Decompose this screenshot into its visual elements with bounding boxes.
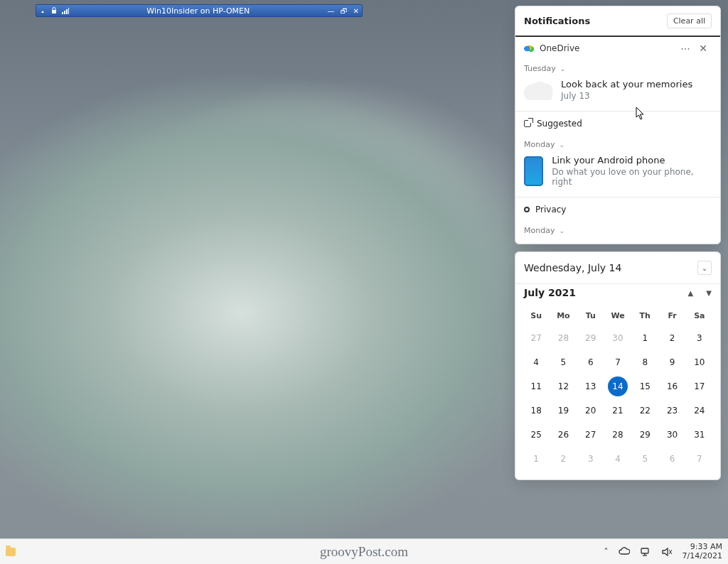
rdp-connection-bar[interactable]: Win10Insider on HP-OMEN — 🗗 ✕	[36, 4, 363, 17]
calendar-day[interactable]: 8	[631, 350, 658, 374]
watermark-text: groovyPost.com	[320, 544, 408, 560]
gear-icon	[524, 207, 530, 212]
notification-item-title: Link your Android phone	[552, 155, 712, 166]
calendar-day[interactable]: 24	[686, 398, 713, 423]
calendar-day[interactable]: 23	[658, 398, 685, 423]
pin-icon[interactable]	[39, 7, 46, 14]
lock-icon	[50, 7, 58, 14]
notification-item[interactable]: Look back at your memories July 13	[515, 75, 720, 111]
calendar-day[interactable]: 16	[658, 374, 685, 398]
calendar-day[interactable]: 3	[686, 326, 713, 350]
notification-day[interactable]: Tuesday ⌄	[515, 60, 720, 75]
taskbar[interactable]: groovyPost.com ˄ 9:33 AM 7/14/2021	[0, 538, 728, 564]
notification-day[interactable]: Monday ⌄	[515, 136, 720, 151]
calendar-day[interactable]: 13	[577, 374, 604, 398]
calendar-day[interactable]: 10	[686, 350, 713, 374]
calendar-current-date: Wednesday, July 14	[524, 262, 621, 273]
svg-rect-5	[641, 548, 648, 553]
calendar-day[interactable]: 27	[523, 326, 550, 350]
system-tray: ˄ 9:33 AM 7/14/2021	[604, 543, 722, 560]
calendar-day[interactable]: 6	[577, 350, 604, 374]
notification-app-name: OneDrive	[540, 43, 676, 53]
taskbar-date: 7/14/2021	[682, 552, 722, 560]
privacy-header[interactable]: Privacy	[515, 197, 720, 222]
calendar-weekday-header: Sa	[686, 305, 713, 326]
calendar-day[interactable]: 29	[577, 326, 604, 350]
calendar-day[interactable]: 4	[523, 350, 550, 374]
calendar-day[interactable]: 2	[658, 326, 685, 350]
calendar-weekday-header: Su	[523, 305, 550, 326]
calendar-day[interactable]: 2	[550, 447, 577, 471]
calendar-day[interactable]: 28	[550, 326, 577, 350]
restore-icon[interactable]: 🗗	[341, 7, 348, 15]
calendar-day-today[interactable]: 14	[608, 376, 628, 396]
calendar-day[interactable]: 7	[604, 350, 631, 374]
calendar-day[interactable]: 27	[577, 423, 604, 447]
taskbar-time: 9:33 AM	[682, 543, 722, 551]
file-explorer-icon[interactable]	[6, 548, 16, 556]
rdp-title: Win10Insider on HP-OMEN	[73, 6, 323, 16]
calendar-day[interactable]: 29	[631, 423, 658, 447]
dismiss-icon[interactable]: ✕	[695, 43, 712, 54]
calendar-day[interactable]: 6	[658, 447, 685, 471]
chevron-down-icon: ⌄	[560, 65, 566, 72]
notification-day[interactable]: Monday ⌄	[515, 222, 720, 244]
notifications-title: Notifications	[524, 16, 590, 26]
calendar-day[interactable]: 3	[577, 447, 604, 471]
calendar-day[interactable]: 5	[631, 447, 658, 471]
calendar-panel: Wednesday, July 14 ⌄ July 2021 ▲ ▼ SuMoT…	[515, 251, 721, 480]
svg-rect-0	[52, 10, 56, 13]
calendar-day[interactable]: 1	[523, 447, 550, 471]
notification-item-sub: July 13	[561, 91, 692, 101]
calendar-weekday-header: Th	[631, 305, 658, 326]
calendar-day[interactable]: 15	[631, 374, 658, 398]
suggested-icon	[524, 120, 531, 127]
notification-item-title: Look back at your memories	[561, 79, 692, 90]
svg-rect-3	[66, 9, 68, 14]
calendar-day[interactable]: 12	[550, 374, 577, 398]
calendar-day[interactable]: 1	[631, 326, 658, 350]
collapse-button[interactable]: ⌄	[697, 261, 712, 275]
notification-app-header[interactable]: OneDrive ⋯ ✕	[515, 37, 720, 60]
calendar-day[interactable]: 21	[604, 398, 631, 423]
tray-overflow-icon[interactable]: ˄	[604, 547, 609, 557]
calendar-next-month[interactable]: ▼	[706, 289, 712, 297]
close-icon[interactable]: ✕	[353, 7, 359, 15]
calendar-day[interactable]: 4	[604, 447, 631, 471]
taskbar-clock[interactable]: 9:33 AM 7/14/2021	[682, 543, 722, 560]
calendar-day[interactable]: 22	[631, 398, 658, 423]
volume-muted-icon[interactable]	[661, 546, 673, 558]
calendar-day[interactable]: 7	[686, 447, 713, 471]
clear-all-button[interactable]: Clear all	[667, 13, 712, 28]
calendar-day[interactable]: 26	[550, 423, 577, 447]
cloud-icon	[524, 82, 552, 100]
chevron-down-icon: ⌄	[559, 141, 564, 148]
calendar-day[interactable]: 30	[604, 326, 631, 350]
calendar-day[interactable]: 9	[658, 350, 685, 374]
signal-icon	[62, 7, 69, 14]
calendar-day[interactable]: 31	[686, 423, 713, 447]
calendar-day[interactable]: 11	[523, 374, 550, 398]
network-tray-icon[interactable]	[640, 546, 651, 558]
calendar-weekday-header: Tu	[577, 305, 604, 326]
calendar-day[interactable]: 5	[550, 350, 577, 374]
suggested-header[interactable]: Suggested	[515, 112, 720, 136]
calendar-day[interactable]: 17	[686, 374, 713, 398]
more-icon[interactable]: ⋯	[676, 43, 695, 54]
onedrive-tray-icon[interactable]	[619, 546, 630, 558]
calendar-month-label[interactable]: July 2021	[524, 287, 576, 298]
chevron-down-icon: ⌄	[559, 227, 564, 234]
calendar-day[interactable]: 25	[523, 423, 550, 447]
minimize-icon[interactable]: —	[328, 7, 335, 15]
calendar-day[interactable]: 18	[523, 398, 550, 423]
calendar-prev-month[interactable]: ▲	[688, 289, 694, 297]
cursor-icon	[636, 107, 646, 121]
notification-item-sub: Do what you love on your phone, right	[552, 167, 712, 187]
calendar-day[interactable]: 19	[550, 398, 577, 423]
calendar-grid: SuMoTuWeThFrSa27282930123456789101112131…	[515, 301, 720, 479]
calendar-day[interactable]: 20	[577, 398, 604, 423]
calendar-day[interactable]: 28	[604, 423, 631, 447]
notification-item[interactable]: Link your Android phone Do what you love…	[515, 151, 720, 197]
onedrive-icon	[524, 45, 534, 52]
calendar-day[interactable]: 30	[658, 423, 685, 447]
